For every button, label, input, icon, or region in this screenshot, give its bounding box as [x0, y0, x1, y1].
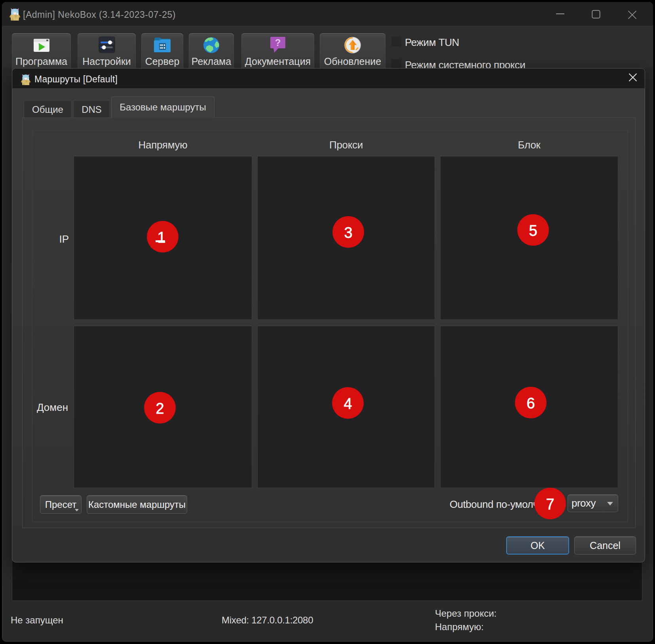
svg-text:?: ? — [275, 37, 281, 48]
